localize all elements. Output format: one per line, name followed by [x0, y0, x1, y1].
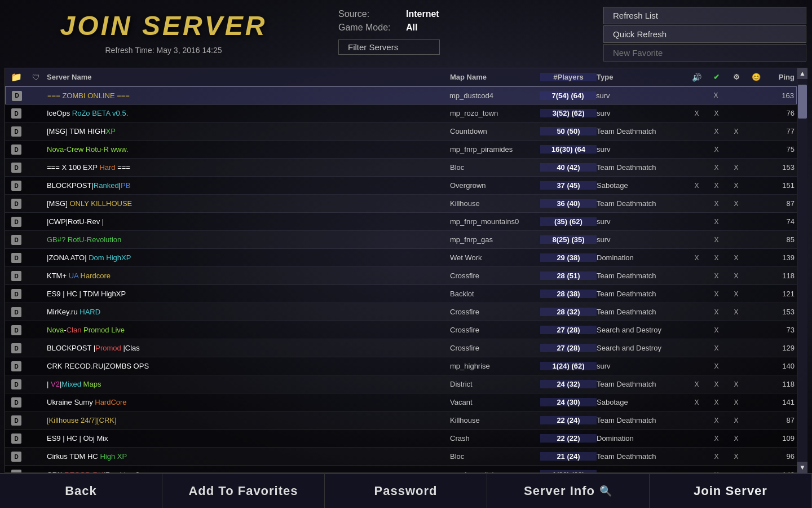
sound-cell: X	[687, 182, 707, 190]
server-name-cell: ES9 | HC | Obj Mix	[45, 434, 450, 443]
table-row[interactable]: D[MSG] ONLY KILLHOUSEKillhouse36 (40)Tea…	[5, 195, 797, 213]
star-cell: X	[726, 182, 746, 190]
table-row[interactable]: DNova-Crew Rotu-R www.mp_fnrp_piramides1…	[5, 141, 797, 159]
d-icon: D	[11, 217, 21, 227]
players-cell: 8(25) (35)	[540, 235, 597, 244]
sound-cell: X	[687, 110, 707, 117]
type-cell: Search and Destroy	[597, 326, 687, 334]
server-info-button[interactable]: Server Info 🔍	[487, 474, 650, 508]
table-row[interactable]: DMirKey.ru HARDCrossfire28 (32)Team Deat…	[5, 303, 797, 321]
table-row[interactable]: DCRK RECOD.RU|ZOMBS OPSmp_highrise1(24) …	[5, 357, 797, 375]
new-favorite-button[interactable]: New Favorite	[603, 44, 806, 62]
refresh-time: Refresh Time: May 3, 2016 14:25	[105, 46, 222, 55]
server-name-cell: === X 100 EXP Hard ===	[45, 163, 450, 172]
server-name-header: Server Name	[45, 73, 450, 81]
table-row[interactable]: DUkraine Sumy HardCoreVacant24 (30)Sabot…	[5, 393, 797, 411]
table-row[interactable]: D GB#? RotU-Revolutionmp_fnrp_gas8(25) (…	[5, 231, 797, 249]
d-icon: D	[11, 126, 21, 137]
type-cell: Domination	[597, 434, 687, 443]
table-row[interactable]: D[Killhouse 24/7][CRK]Killhouse22 (24)Te…	[5, 411, 797, 430]
d-icon: D	[11, 181, 21, 191]
players-cell: 1(24) (62)	[540, 362, 597, 370]
d-icon: D	[11, 452, 21, 462]
ping-cell: 163	[765, 91, 796, 100]
server-name-cell: [Killhouse 24/7][CRK]	[45, 416, 450, 424]
map-name-cell: mp_fnrp_mountains0	[450, 217, 540, 226]
table-row[interactable]: DES9 | HC | TDM HighXPBacklot28 (38)Team…	[5, 285, 797, 303]
ping-cell: 74	[766, 217, 797, 226]
star-cell: X	[726, 435, 746, 443]
table-row[interactable]: DBLOCKPOST |Promod |ClasCrossfire27 (28)…	[5, 339, 797, 357]
server-name-cell: === ZOMBI ONLINE ===	[45, 91, 449, 100]
players-cell: 3(52) (62)	[540, 109, 597, 117]
table-row[interactable]: D[MSG] TDM HIGHXPCountdown50 (50)Team De…	[5, 122, 797, 141]
type-cell: Team Deathmatch	[597, 271, 687, 280]
check-cell: X	[707, 128, 726, 135]
table-row[interactable]: DBLOCKPOST|Ranked|PBOvergrown37 (45)Sabo…	[5, 177, 797, 195]
server-name-cell: Ukraine Sumy HardCore	[45, 398, 450, 406]
type-cell: Team Deathmatch	[597, 380, 687, 388]
quick-refresh-button[interactable]: Quick Refresh	[603, 25, 806, 43]
players-cell: 37 (45)	[540, 181, 597, 190]
map-name-cell: mp_dustcod4	[449, 91, 540, 100]
table-row[interactable]: D=== ZOMBI ONLINE ===mp_dustcod47(54) (6…	[5, 86, 797, 104]
filter-servers-button[interactable]: Filter Servers	[338, 40, 440, 55]
map-name-cell: Vacant	[450, 398, 540, 406]
table-row[interactable]: DNova-Clan Promod LiveCrossfire27 (28)Se…	[5, 321, 797, 339]
table-row[interactable]: DCirkus TDM HC High XPBloc21 (24)Team De…	[5, 448, 797, 466]
check-cell: X	[707, 290, 726, 298]
star-cell: X	[726, 398, 746, 406]
ping-cell: 139	[766, 253, 797, 262]
table-row[interactable]: D|ZONA ATO| Dom HighXPWet Work29 (38)Dom…	[5, 249, 797, 267]
map-name-cell: Overgrown	[450, 181, 540, 190]
table-row[interactable]: D KTM+ UA HardcoreCrossfire28 (51)Team D…	[5, 267, 797, 285]
ping-cell: 151	[766, 181, 797, 190]
players-cell: 27 (28)	[540, 326, 597, 334]
d-icon: D	[11, 361, 21, 371]
table-row[interactable]: D=== X 100 EXP Hard ===Bloc40 (42)Team D…	[5, 159, 797, 177]
scroll-up-arrow[interactable]: ▲	[797, 68, 807, 79]
type-cell: surv	[596, 91, 686, 100]
password-button[interactable]: Password	[325, 474, 487, 508]
table-row[interactable]: DES9 | HC | Obj MixCrash22 (22)Dominatio…	[5, 430, 797, 448]
server-name-cell: BLOCKPOST |Promod |Clas	[45, 344, 450, 352]
type-cell: Domination	[597, 253, 687, 262]
source-value: Internet	[406, 9, 439, 19]
table-row[interactable]: D | V2|Mixed MapsDistrict24 (32)Team Dea…	[5, 375, 797, 393]
ping-cell: 140	[766, 470, 797, 472]
type-cell: Sabotage	[597, 398, 687, 406]
scroll-track[interactable]	[797, 79, 807, 462]
check-cell: X	[707, 254, 726, 262]
type-header: Type	[597, 73, 687, 81]
scrollbar[interactable]: ▲ ▼	[797, 68, 807, 473]
scroll-thumb[interactable]	[798, 85, 807, 119]
d-icon: D	[11, 235, 21, 245]
folder-icon: 📁	[11, 72, 22, 82]
d-icon: D	[11, 397, 21, 408]
star-cell: X	[726, 290, 746, 298]
check-cell: X	[707, 164, 726, 172]
ping-cell: 153	[766, 308, 797, 316]
scroll-down-arrow[interactable]: ▼	[797, 462, 807, 473]
check-cell: X	[707, 236, 726, 244]
d-icon: D	[11, 379, 21, 389]
players-header[interactable]: #Players	[540, 73, 597, 81]
refresh-list-button[interactable]: Refresh List	[603, 7, 806, 24]
map-name-cell: Wet Work	[450, 253, 540, 262]
players-cell: 28 (32)	[540, 308, 597, 316]
table-row[interactable]: DCRK RECOD.RU|Zombies 0mp_fnrp_clinic1(2…	[5, 466, 797, 472]
check-cell: X	[707, 218, 726, 226]
players-cell: 28 (38)	[540, 290, 597, 298]
join-server-button[interactable]: Join Server	[650, 474, 812, 508]
table-row[interactable]: D|CWP|RotU-Rev |mp_fnrp_mountains0(35) (…	[5, 213, 797, 231]
check-cell: X	[707, 326, 726, 334]
check-header: ✔	[707, 73, 726, 81]
check-cell: X	[707, 362, 726, 370]
table-row[interactable]: DIceOps RoZo BETA v0.5.mp_rozo_town3(52)…	[5, 104, 797, 122]
add-to-favorites-button[interactable]: Add To Favorites	[162, 474, 325, 508]
map-name-cell: mp_fnrp_clinic	[450, 470, 540, 472]
ping-cell: 87	[766, 416, 797, 424]
ping-cell: 141	[766, 398, 797, 406]
ping-cell: 75	[766, 145, 797, 154]
back-button[interactable]: Back	[0, 474, 162, 508]
